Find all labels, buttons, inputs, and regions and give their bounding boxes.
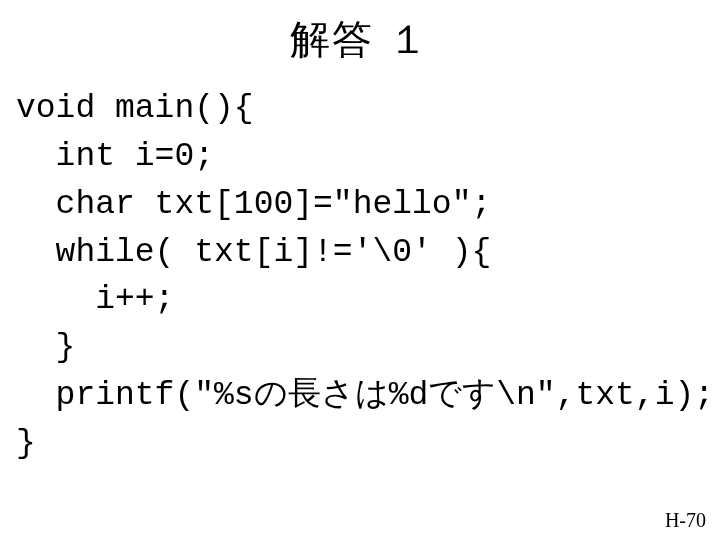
- code-line: while( txt[i]!='\0' ){: [16, 234, 491, 271]
- code-line: void main(){: [16, 90, 254, 127]
- slide-title: 解答 １: [0, 0, 720, 85]
- code-line: char txt[100]="hello";: [16, 186, 491, 223]
- page-number: H-70: [665, 509, 706, 532]
- code-line: printf("%sの長さは%dです\n",txt,i);: [16, 377, 714, 414]
- code-block: void main(){ int i=0; char txt[100]="hel…: [0, 85, 720, 468]
- code-line: i++;: [16, 281, 174, 318]
- code-line: }: [16, 425, 36, 462]
- code-line: int i=0;: [16, 138, 214, 175]
- code-line: }: [16, 329, 75, 366]
